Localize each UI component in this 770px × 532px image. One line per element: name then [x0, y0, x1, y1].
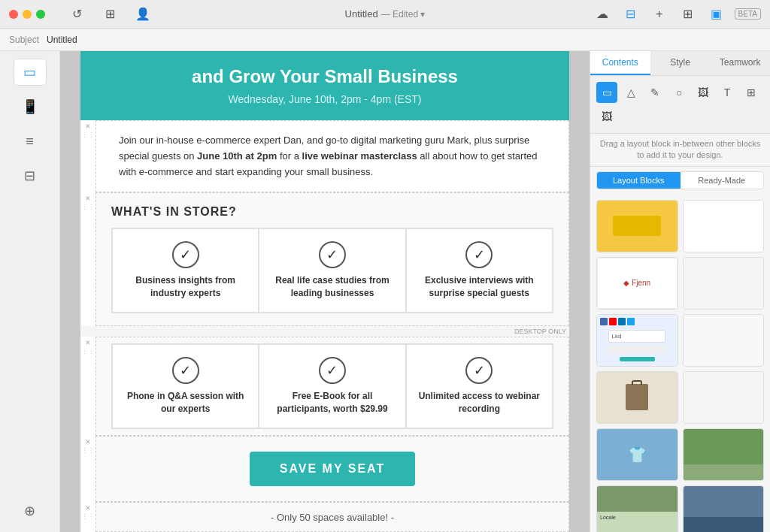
block-thumb-mountain[interactable] [683, 485, 765, 532]
block-thumb-tshirt[interactable]: 👕 [596, 428, 678, 481]
email-header: and Grow Your Small Business Wednesday, … [80, 51, 569, 120]
tool-gallery-icon[interactable]: 🖼 [596, 106, 617, 127]
sidebar-item-mobile[interactable]: 📱 [14, 93, 47, 120]
cloud-icon[interactable]: ☁ [592, 4, 613, 25]
left-sidebar: ▭ 📱 ≡ ⊟ ⊕ [0, 51, 60, 532]
tab-teamwork[interactable]: Teamwork [710, 51, 770, 75]
sidebar-item-bottom[interactable]: ⊕ [14, 497, 47, 524]
check-icon-4: ✓ [172, 357, 199, 384]
tool-triangle-icon[interactable]: △ [620, 82, 641, 103]
tool-layout-icon[interactable]: ▭ [596, 82, 617, 103]
feature-text-5: Free E-Book for all participants, worth … [268, 390, 396, 416]
doc-status: — Edited ▾ [381, 9, 426, 20]
sidebar-item-layers[interactable]: ⊟ [14, 162, 47, 189]
block-thumb-fjenn[interactable]: ◆ Fjenn [596, 257, 678, 310]
right-panel: Contents Style Teamwork ▭ △ ✎ ○ 🖼 T ⊞ 🖼 … [590, 51, 770, 532]
features-row2: ✓ Phone in Q&A session with our experts … [111, 343, 553, 429]
tab-layout-blocks[interactable]: Layout Blocks [597, 172, 681, 189]
whats-section-wrapper: ✕ ⋮⋮ WHAT'S IN STORE? ✓ Business insight… [80, 192, 569, 337]
right-toolbar: ▭ △ ✎ ○ 🖼 T ⊞ 🖼 [590, 76, 770, 134]
layout-type-tabs: Layout Blocks Ready-Made [596, 171, 764, 189]
intro-bold-webinar: live webinar masterclass [302, 150, 417, 162]
header-section-wrapper: and Grow Your Small Business Wednesday, … [80, 51, 569, 120]
sidebar-item-desktop[interactable]: ▭ [14, 59, 47, 86]
spaces-section-wrapper: ✕ ⋮⋮ - Only 50 spaces available! - [80, 502, 569, 532]
monitor-icon[interactable]: ▣ [706, 4, 727, 25]
block-thumb-white[interactable] [683, 200, 765, 252]
titlebar-right-icons: ☁ ⊟ + ⊞ ▣ BETA [592, 4, 761, 25]
whats-drag-icon[interactable]: ⋮⋮ [81, 204, 95, 211]
maximize-button[interactable] [36, 10, 45, 19]
row2-close-icon[interactable]: ✕ [85, 340, 91, 346]
intro-bold-date: June 10th at 2pm [197, 150, 277, 162]
block-thumb-social[interactable]: Lkd [596, 314, 678, 367]
right-tabs: Contents Style Teamwork [590, 51, 770, 76]
feature-cell-2: ✓ Real life case studies from leading bu… [259, 228, 405, 313]
block-thumb-white2[interactable] [683, 257, 765, 310]
whats-close-icon[interactable]: ✕ [85, 195, 91, 202]
intro-section: Join our in-house e-commerce expert Dan,… [95, 120, 569, 192]
back-icon[interactable]: ↺ [66, 4, 87, 25]
check-icon-5: ✓ [319, 357, 346, 384]
minimize-button[interactable] [23, 10, 32, 19]
intro-drag-icon[interactable]: ⋮⋮ [81, 132, 95, 139]
spaces-drag-icon[interactable]: ⋮⋮ [81, 514, 95, 521]
feature-cell-1: ✓ Business insights from industry expert… [112, 228, 259, 313]
block-thumb-white3[interactable] [683, 314, 765, 367]
check-icon-3: ✓ [465, 241, 493, 268]
save-seat-button[interactable]: SAVE MY SEAT [250, 452, 415, 486]
tool-grid-icon[interactable]: ⊞ [741, 82, 762, 103]
subject-value: Untitled [47, 35, 77, 45]
tab-ready-made[interactable]: Ready-Made [681, 172, 764, 189]
email-date: Wednesday, June 10th, 2pm - 4pm (EST) [95, 93, 554, 105]
feature-text-1: Business insights from industry experts [122, 274, 249, 300]
features-row1: ✓ Business insights from industry expert… [111, 228, 553, 313]
check-icon-1: ✓ [172, 241, 199, 268]
intro-close-icon[interactable]: ✕ [85, 123, 91, 130]
main-area: ▭ 📱 ≡ ⊟ ⊕ and Grow Your Small Business W… [0, 51, 770, 532]
drag-hint: Drag a layout block in-between other blo… [590, 134, 770, 167]
sidebar-item-list[interactable]: ≡ [14, 128, 47, 155]
email-canvas: and Grow Your Small Business Wednesday, … [80, 51, 569, 532]
cta-close-icon[interactable]: ✕ [85, 439, 91, 446]
feature-cell-4: ✓ Phone in Q&A session with our experts [112, 344, 259, 428]
email-headline: and Grow Your Small Business [95, 66, 554, 87]
tool-text-icon[interactable]: T [717, 82, 738, 103]
feature-cell-6: ✓ Unlimited access to webinar recording [406, 344, 553, 428]
feature-cell-5: ✓ Free E-Book for all participants, wort… [259, 344, 405, 428]
spaces-close-icon[interactable]: ✕ [85, 505, 91, 512]
spaces-text: - Only 50 spaces available! - [271, 512, 394, 523]
tab-contents[interactable]: Contents [590, 51, 650, 75]
block-thumb-white4[interactable] [683, 371, 765, 424]
block-thumb-bag[interactable] [596, 371, 678, 424]
desktop-only-label: DESKTOP ONLY [80, 326, 569, 337]
layout2-icon[interactable]: ⊞ [678, 4, 699, 25]
add-icon[interactable]: + [649, 4, 670, 25]
user-icon[interactable]: 👤 [132, 4, 153, 25]
feature-text-4: Phone in Q&A session with our experts [122, 390, 249, 416]
tool-circle-icon[interactable]: ○ [668, 82, 690, 103]
feature-text-3: Exclusive interviews with surprise speci… [416, 274, 543, 300]
block-thumb-yellow[interactable] [596, 200, 678, 252]
feature-cell-3: ✓ Exclusive interviews with surprise spe… [406, 228, 553, 313]
intro-section-wrapper: ✕ ⋮⋮ Join our in-house e-commerce expert… [80, 120, 569, 192]
cta-section-wrapper: ✕ ⋮⋮ SAVE MY SEAT [80, 436, 569, 502]
features-row2-wrapper: ✕ ⋮⋮ ✓ Phone in Q&A session with our exp… [80, 337, 569, 436]
check-icon-2: ✓ [319, 241, 346, 268]
block-thumb-landscape[interactable] [683, 428, 765, 481]
row2-drag-icon[interactable]: ⋮⋮ [81, 349, 95, 355]
nav-icon[interactable]: ⊞ [99, 4, 120, 25]
tool-pen-icon[interactable]: ✎ [644, 82, 665, 103]
save-icon[interactable]: ⊟ [620, 4, 641, 25]
titlebar-left: ↺ ⊞ 👤 [9, 4, 153, 25]
tool-image-icon[interactable]: 🖼 [693, 82, 714, 103]
doc-title: Untitled [345, 8, 378, 20]
tab-style[interactable]: Style [650, 51, 711, 75]
subject-label: Subject [9, 35, 39, 45]
close-button[interactable] [9, 10, 18, 19]
feature-text-2: Real life case studies from leading busi… [268, 274, 396, 300]
traffic-lights [9, 10, 45, 19]
canvas-area[interactable]: and Grow Your Small Business Wednesday, … [60, 51, 590, 532]
cta-drag-icon[interactable]: ⋮⋮ [81, 448, 95, 455]
block-thumb-travel[interactable]: Locale [596, 485, 678, 532]
